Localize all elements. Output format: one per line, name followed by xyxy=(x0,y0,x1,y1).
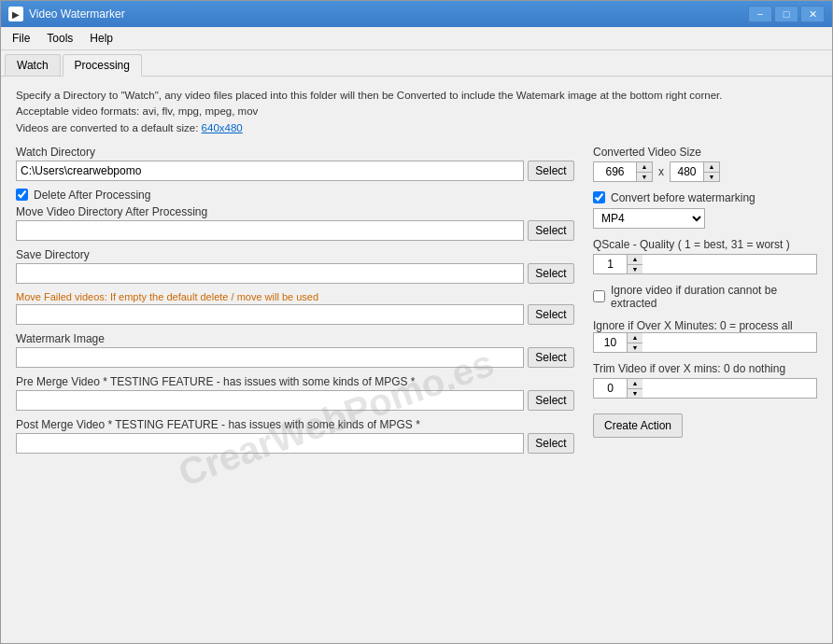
trim-video-spinner: ▲ ▼ xyxy=(593,378,817,399)
window-title: Video Watermarker xyxy=(29,7,748,21)
default-size-link[interactable]: 640x480 xyxy=(202,122,243,133)
info-line3: Videos are converted to a default size: … xyxy=(16,120,817,136)
convert-before-group: Convert before watermarking MP4 AVI FLV … xyxy=(593,191,817,229)
info-block: Specify a Directory to "Watch", any vide… xyxy=(16,88,817,136)
height-spinner: ▲ ▼ xyxy=(670,161,720,182)
delete-after-checkbox[interactable] xyxy=(16,189,28,201)
pre-merge-input[interactable] xyxy=(16,390,524,411)
move-failed-warning: Move Failed videos: If empty the default… xyxy=(16,291,574,302)
watch-dir-group: Watch Directory Select xyxy=(16,146,574,181)
pre-merge-group: Pre Merge Video * TESTING FEATURE - has … xyxy=(16,375,574,411)
watermark-image-group: Watermark Image Select xyxy=(16,332,574,368)
move-failed-group: Move Failed videos: If empty the default… xyxy=(16,291,574,325)
height-input[interactable] xyxy=(671,162,703,181)
width-up-arrow[interactable]: ▲ xyxy=(637,162,652,172)
save-dir-label: Save Directory xyxy=(16,248,574,261)
trim-video-input[interactable] xyxy=(594,379,627,398)
pre-merge-select-button[interactable]: Select xyxy=(528,390,574,411)
ignore-duration-group: Ignore video if duration cannot be extra… xyxy=(593,284,817,310)
info-line2: Acceptable video formats: avi, flv, mpg,… xyxy=(16,104,817,119)
watch-dir-select-button[interactable]: Select xyxy=(528,161,574,181)
trim-video-down-arrow[interactable]: ▼ xyxy=(628,388,642,398)
tab-watch[interactable]: Watch xyxy=(5,54,61,76)
trim-video-label: Trim Video if over X mins: 0 do nothing xyxy=(593,362,817,375)
delete-after-label[interactable]: Delete After Processing xyxy=(34,189,150,202)
ignore-over-group: Ignore if Over X Minutes: 0 = process al… xyxy=(593,319,817,353)
qscale-up-arrow[interactable]: ▲ xyxy=(628,255,642,264)
height-down-arrow[interactable]: ▼ xyxy=(704,172,719,181)
delete-after-row: Delete After Processing xyxy=(16,189,574,202)
width-input[interactable] xyxy=(594,162,636,181)
menu-bar: File Tools Help xyxy=(1,27,832,50)
convert-before-checkbox[interactable] xyxy=(593,191,605,203)
width-arrows: ▲ ▼ xyxy=(636,162,652,181)
move-video-dir-group: Move Video Directory After Processing Se… xyxy=(16,205,574,241)
ignore-over-input[interactable] xyxy=(594,333,627,352)
qscale-input[interactable] xyxy=(594,255,627,273)
post-merge-row: Select xyxy=(16,433,574,454)
ignore-over-arrows: ▲ ▼ xyxy=(627,333,642,352)
trim-video-arrows: ▲ ▼ xyxy=(627,379,642,398)
tab-processing[interactable]: Processing xyxy=(63,54,142,77)
trim-video-up-arrow[interactable]: ▲ xyxy=(628,379,642,388)
move-failed-input[interactable] xyxy=(16,304,524,325)
info-line1: Specify a Directory to "Watch", any vide… xyxy=(16,88,817,104)
minimize-button[interactable]: − xyxy=(748,6,772,22)
ignore-over-spinner: ▲ ▼ xyxy=(593,332,817,353)
post-merge-label: Post Merge Video * TESTING FEATURE - has… xyxy=(16,418,574,431)
create-action-button[interactable]: Create Action xyxy=(593,413,683,438)
pre-merge-label: Pre Merge Video * TESTING FEATURE - has … xyxy=(16,375,574,388)
menu-file[interactable]: File xyxy=(5,29,37,48)
move-video-dir-select-button[interactable]: Select xyxy=(528,220,574,241)
watermark-image-row: Select xyxy=(16,347,574,368)
post-merge-select-button[interactable]: Select xyxy=(528,433,574,454)
menu-help[interactable]: Help xyxy=(82,29,120,48)
qscale-group: QScale - Quality ( 1 = best, 31 = worst … xyxy=(593,238,817,274)
height-up-arrow[interactable]: ▲ xyxy=(704,162,719,172)
x-separator: x xyxy=(658,165,664,178)
ignore-over-down-arrow[interactable]: ▼ xyxy=(628,343,642,352)
format-dropdown[interactable]: MP4 AVI FLV MPG xyxy=(593,208,705,229)
save-dir-select-button[interactable]: Select xyxy=(528,263,574,284)
right-panel: Converted Video Size ▲ ▼ x xyxy=(593,146,817,461)
height-arrows: ▲ ▼ xyxy=(703,162,719,181)
watermark-image-select-button[interactable]: Select xyxy=(528,347,574,368)
maximize-button[interactable]: □ xyxy=(774,6,798,22)
ignore-over-label: Ignore if Over X Minutes: 0 = process al… xyxy=(593,319,817,332)
main-window: ▶ Video Watermarker − □ ✕ File Tools Hel… xyxy=(0,0,833,644)
save-dir-group: Save Directory Select xyxy=(16,248,574,284)
width-down-arrow[interactable]: ▼ xyxy=(637,172,652,181)
qscale-spinner: ▲ ▼ xyxy=(593,254,817,274)
convert-before-label[interactable]: Convert before watermarking xyxy=(611,191,755,204)
move-failed-select-button[interactable]: Select xyxy=(528,304,574,325)
left-panel: Watch Directory Select Delete After Proc… xyxy=(16,146,574,461)
qscale-label: QScale - Quality ( 1 = best, 31 = worst … xyxy=(593,238,817,251)
trim-video-group: Trim Video if over X mins: 0 do nothing … xyxy=(593,362,817,399)
qscale-arrows: ▲ ▼ xyxy=(627,255,642,273)
move-failed-row: Select xyxy=(16,304,574,325)
ignore-duration-label[interactable]: Ignore video if duration cannot be extra… xyxy=(611,284,817,310)
close-button[interactable]: ✕ xyxy=(800,6,825,22)
post-merge-input[interactable] xyxy=(16,433,524,454)
save-dir-input[interactable] xyxy=(16,263,524,284)
width-spinner: ▲ ▼ xyxy=(593,161,653,182)
menu-tools[interactable]: Tools xyxy=(39,29,80,48)
watch-dir-input[interactable] xyxy=(16,161,524,181)
title-bar: ▶ Video Watermarker − □ ✕ xyxy=(1,1,832,27)
move-video-dir-label: Move Video Directory After Processing xyxy=(16,205,574,218)
ignore-duration-checkbox[interactable] xyxy=(593,290,605,302)
converted-size-group: Converted Video Size ▲ ▼ x xyxy=(593,146,817,182)
post-merge-group: Post Merge Video * TESTING FEATURE - has… xyxy=(16,418,574,454)
converted-size-label: Converted Video Size xyxy=(593,146,817,159)
pre-merge-row: Select xyxy=(16,390,574,411)
size-row: ▲ ▼ x ▲ ▼ xyxy=(593,161,817,182)
move-video-dir-input[interactable] xyxy=(16,220,524,241)
move-video-dir-row: Select xyxy=(16,220,574,241)
content-area: CrearWebPomo.es Specify a Directory to "… xyxy=(1,77,832,643)
save-dir-row: Select xyxy=(16,263,574,284)
qscale-down-arrow[interactable]: ▼ xyxy=(628,264,642,273)
main-layout: Watch Directory Select Delete After Proc… xyxy=(16,146,817,461)
watch-dir-label: Watch Directory xyxy=(16,146,574,159)
ignore-over-up-arrow[interactable]: ▲ xyxy=(628,333,642,343)
watermark-image-input[interactable] xyxy=(16,347,524,368)
